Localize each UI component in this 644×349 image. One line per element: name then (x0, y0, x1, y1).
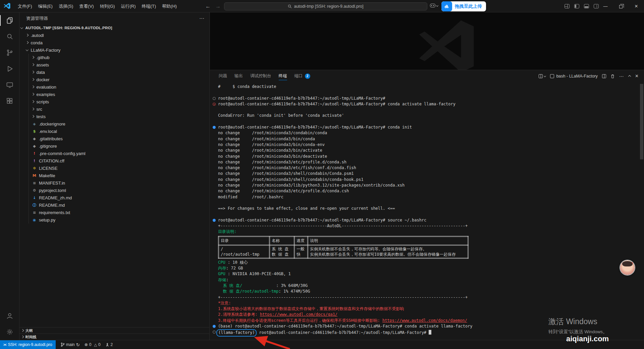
tree-item[interactable]: LLaMA-Factory (19, 46, 209, 54)
tree-item[interactable]: src (19, 105, 209, 113)
panel-tab-label: 问题 (219, 70, 227, 82)
tree-item[interactable]: evaluation (19, 83, 209, 91)
panel-tab-label: 终端 (279, 70, 287, 82)
terminal-tab-item[interactable]: bash - LLaMA-Factory (550, 74, 598, 79)
explorer-more-actions-icon[interactable]: ⋯ (199, 15, 205, 21)
remote-indicator[interactable]: >< SSH: region-9.autodl.pro (0, 340, 56, 349)
copilot-menu[interactable] (430, 4, 438, 7)
menu-item-6[interactable]: 终端(T) (139, 0, 159, 12)
empty-editor[interactable] (210, 12, 644, 70)
sync-icon[interactable]: ↻ (76, 342, 80, 347)
sidebar-section-0[interactable]: 大纲 (19, 327, 209, 334)
activity-run-debug-icon[interactable] (0, 61, 19, 77)
activity-extensions-icon[interactable] (0, 93, 19, 109)
minimize-button[interactable]: — (598, 0, 613, 12)
menu-item-5[interactable]: 运行(R) (118, 0, 139, 12)
tree-item-label: src (37, 107, 42, 112)
terminal-line: root@autodl-container-cd46119efa-b7b7b44… (210, 96, 644, 101)
nav-forward-icon[interactable]: → (215, 3, 221, 9)
tree-item[interactable]: ⓘREADME.md (19, 201, 209, 209)
kill-terminal-icon[interactable] (610, 74, 615, 79)
menu-item-7[interactable]: 帮助(H) (159, 0, 180, 12)
nav-back-icon[interactable]: ← (205, 3, 211, 9)
settings-gear-icon[interactable] (0, 324, 19, 340)
gear-file-icon: ⚙ (32, 188, 37, 193)
maximize-panel-icon[interactable] (628, 75, 631, 78)
toggle-sidebar-icon[interactable] (574, 4, 579, 8)
tree-item[interactable]: ◆.gitattributes (19, 135, 209, 142)
chevron-down-icon (436, 4, 438, 7)
tree-item[interactable]: !CITATION.cff (19, 157, 209, 164)
command-decoration-gray-icon[interactable] (213, 331, 216, 334)
launch-profile-dropdown[interactable] (539, 74, 546, 78)
panel-tab-0[interactable]: 问题 (219, 70, 227, 82)
tree-item[interactable]: docker (19, 76, 209, 83)
account-icon[interactable] (0, 308, 19, 324)
menu-item-2[interactable]: 选择(S) (56, 0, 76, 12)
ports-indicator[interactable]: 2 (105, 342, 113, 347)
panel-tab-2[interactable]: 调试控制台 (250, 70, 271, 82)
restore-button[interactable] (613, 0, 629, 12)
terminal-view[interactable]: # $ conda deactivateroot@autodl-containe… (210, 82, 644, 340)
branch-indicator[interactable]: main ↻ (60, 342, 80, 347)
tree-item[interactable]: ↓README_zh.md (19, 194, 209, 201)
workspace-root-label: AUTODL-TMP [SSH: REGION-9.AUTODL.PRO] (25, 26, 112, 30)
sidebar-section-1[interactable]: 时间线 (19, 334, 209, 340)
site-watermark: aiqianji.com (566, 335, 609, 343)
tree-item[interactable]: tests (19, 113, 209, 120)
panel-tab-1[interactable]: 输出 (234, 70, 243, 82)
tree-item[interactable]: scripts (19, 98, 209, 105)
menu-item-1[interactable]: 编辑(E) (35, 0, 56, 12)
tree-item[interactable]: $.env.local (19, 128, 209, 135)
command-decoration-err-icon[interactable]: ✕ (213, 103, 216, 106)
upload-button[interactable]: 拖拽至此上传 (441, 1, 486, 11)
workspace-root-row[interactable]: AUTODL-TMP [SSH: REGION-9.AUTODL.PRO] (19, 24, 209, 32)
close-panel-icon[interactable]: ✕ (635, 73, 639, 79)
tree-item[interactable]: ≡requirements.txt (19, 209, 209, 216)
tree-item[interactable]: ⚙pyproject.toml (19, 187, 209, 194)
menu-item-4[interactable]: 转到(G) (97, 0, 118, 12)
toggle-panel-icon[interactable] (584, 4, 589, 8)
radio-tower-icon (105, 343, 109, 347)
tree-item[interactable]: ✲LICENSE (19, 164, 209, 172)
terminal-scrollbar[interactable] (640, 84, 643, 159)
tree-item[interactable]: .github (19, 54, 209, 61)
command-decoration-blue-icon[interactable] (213, 325, 216, 328)
command-decoration-blue-icon[interactable] (213, 126, 216, 129)
terminal-link[interactable]: https://www.autodl.com/docs/qa1/ (260, 312, 337, 317)
warning-icon: △ (94, 343, 97, 347)
split-terminal-icon[interactable] (602, 74, 606, 78)
command-center-search[interactable]: autodl-tmp [SSH: region-9.autodl.pro] (224, 2, 427, 10)
more-actions-icon[interactable]: ⋯ (619, 73, 624, 79)
command-decoration-gray-icon[interactable] (213, 97, 216, 100)
tree-item[interactable]: ◉setup.py (19, 216, 209, 223)
activity-remote-explorer-icon[interactable] (0, 77, 19, 93)
tree-item[interactable]: data (19, 68, 209, 76)
customize-layout-icon[interactable] (565, 4, 570, 8)
menu-item-0[interactable]: 文件(F) (15, 0, 35, 12)
tree-item[interactable]: .autodl (19, 32, 209, 39)
activity-source-control-icon[interactable] (0, 45, 19, 61)
tree-item[interactable]: ◈.dockerignore (19, 120, 209, 128)
makefile-file-icon: M (32, 173, 37, 178)
panel-tab-label: 调试控制台 (250, 70, 271, 82)
close-button[interactable]: ✕ (629, 0, 644, 12)
tree-item[interactable]: ≡MANIFEST.in (19, 179, 209, 187)
tree-item[interactable]: assets (19, 61, 209, 68)
panel-tab-3[interactable]: 终端 (279, 70, 287, 82)
tree-item[interactable]: conda (19, 39, 209, 46)
terminal-icon (550, 74, 554, 78)
problems-indicator[interactable]: ⊗ 0 △ 0 (85, 342, 101, 347)
command-decoration-blue-icon[interactable] (213, 219, 216, 222)
terminal-line (210, 107, 644, 113)
tree-item[interactable]: examples (19, 91, 209, 98)
avatar[interactable] (620, 260, 635, 275)
activity-search-icon[interactable] (0, 29, 19, 45)
tree-item[interactable]: ◆.gitignore (19, 142, 209, 150)
menu-item-3[interactable]: 查看(V) (76, 0, 97, 12)
tree-item[interactable]: MMakefile (19, 172, 209, 179)
terminal-link[interactable]: https://www.autodl.com/docs/daemon/ (382, 318, 467, 323)
panel-tab-4[interactable]: 端口2 (294, 70, 310, 82)
activity-explorer-icon[interactable] (0, 12, 19, 29)
tree-item[interactable]: !.pre-commit-config.yaml (19, 150, 209, 157)
